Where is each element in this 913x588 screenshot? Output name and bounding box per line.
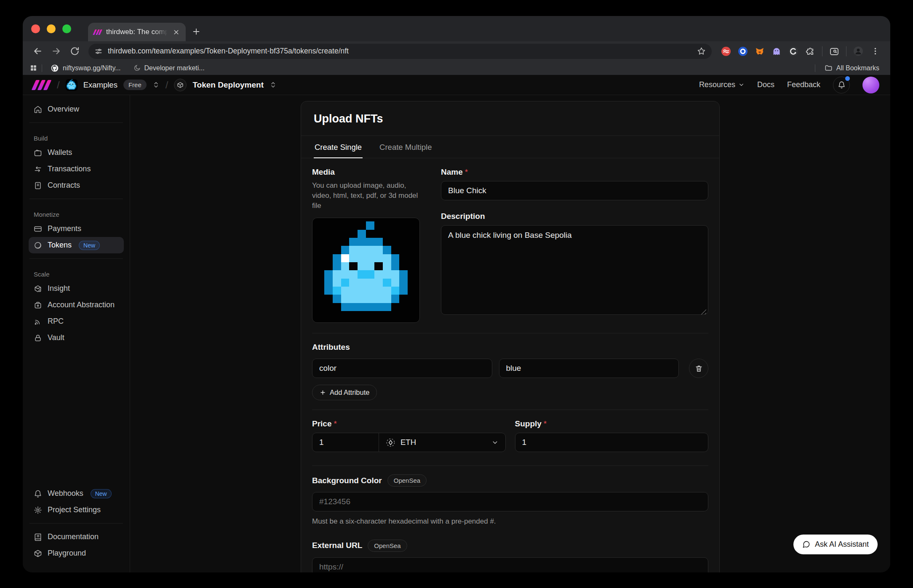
project-name[interactable]: Token Deployment [192, 80, 264, 90]
currency-select[interactable]: ETH [379, 433, 505, 452]
minimize-window-button[interactable] [47, 24, 56, 33]
apps-grid-icon[interactable] [29, 64, 37, 72]
tab-create-multiple[interactable]: Create Multiple [379, 136, 432, 158]
sidebar-item-transactions[interactable]: Transactions [29, 161, 124, 177]
bookmarks-separator [815, 64, 815, 72]
sidebar-item-insight[interactable]: Insight [29, 280, 124, 297]
add-attribute-button[interactable]: Add Attribute [312, 385, 377, 400]
plan-badge: Free [123, 80, 147, 90]
browser-menu-kebab-icon[interactable] [870, 46, 880, 56]
team-name[interactable]: Examples [83, 80, 117, 90]
new-tab-button[interactable] [192, 27, 201, 36]
url-bar[interactable]: thirdweb.com/team/examples/Token-Deploym… [88, 44, 712, 59]
ask-ai-assistant-button[interactable]: Ask AI Assistant [793, 535, 878, 554]
media-label: Media [312, 168, 421, 177]
notifications-button[interactable] [833, 77, 850, 93]
toolbar-separator [846, 46, 846, 56]
tab-create-single[interactable]: Create Single [314, 136, 363, 158]
thirdweb-logo-icon[interactable] [34, 80, 51, 90]
bookmark-label: niftyswap.gg/Nifty... [63, 64, 121, 72]
notification-dot [845, 76, 850, 81]
sidebar-item-payments[interactable]: Payments [29, 221, 124, 237]
extension-phantom-icon[interactable] [772, 46, 782, 56]
sidebar-item-playground[interactable]: Playground [29, 545, 124, 561]
attribute-trait-input[interactable] [312, 359, 492, 378]
new-badge: New [91, 489, 112, 498]
attribute-value-input[interactable] [499, 359, 679, 378]
contract-file-icon [34, 181, 42, 190]
delete-attribute-button[interactable] [689, 359, 708, 378]
background-color-section: Background Color OpenSea Must be a six-c… [312, 466, 708, 537]
project-switcher-chevrons-icon[interactable] [270, 81, 277, 88]
external-url-section: External URL OpenSea This is the URL tha… [312, 538, 708, 573]
back-nav-icon[interactable] [29, 43, 45, 59]
browser-window: thirdweb: The complete web3 thirdweb.com… [23, 16, 890, 572]
sidebar-item-account-abstraction[interactable]: Account Abstraction [29, 297, 124, 313]
site-settings-tune-icon[interactable] [94, 47, 103, 56]
supply-input[interactable] [515, 433, 709, 452]
sidebar-item-documentation[interactable]: Documentation [29, 529, 124, 545]
bookmark-item-niftyswap[interactable]: niftyswap.gg/Nifty... [46, 64, 125, 72]
docs-link[interactable]: Docs [757, 80, 774, 89]
tab-close-icon[interactable] [173, 29, 180, 36]
side-panel-search-icon[interactable] [829, 46, 839, 56]
reload-icon[interactable] [67, 43, 83, 59]
toolbar-separator [822, 46, 822, 56]
browser-tab[interactable]: thirdweb: The complete web3 [88, 23, 186, 41]
all-bookmarks-button[interactable]: All Bookmarks [820, 64, 884, 72]
sidebar-item-rpc[interactable]: RPC [29, 313, 124, 330]
assistant-label: Ask AI Assistant [815, 540, 869, 549]
create-tabs: Create Single Create Multiple [301, 136, 719, 158]
tab-favicon-thirdweb-icon [94, 29, 101, 35]
tab-strip: thirdweb: The complete web3 [23, 16, 890, 41]
sidebar-item-overview[interactable]: Overview [29, 101, 124, 117]
zoom-window-button[interactable] [62, 24, 71, 33]
close-window-button[interactable] [31, 24, 40, 33]
user-avatar[interactable] [862, 77, 879, 93]
price-input[interactable]: 1 [312, 433, 379, 452]
attributes-label: Attributes [312, 343, 708, 352]
nft-image-blue-chick [316, 221, 416, 319]
extension-metamask-icon[interactable] [755, 46, 765, 56]
bookmark-star-icon[interactable] [697, 47, 706, 56]
sidebar-item-project-settings[interactable]: Project Settings [29, 502, 124, 518]
sidebar-item-vault[interactable]: Vault [29, 330, 124, 346]
all-bookmarks-label: All Bookmarks [836, 64, 879, 72]
extension-red-icon[interactable] [721, 46, 731, 56]
browser-toolbar: thirdweb.com/team/examples/Token-Deploym… [23, 41, 890, 61]
attribute-row [312, 359, 708, 378]
profile-avatar-icon[interactable] [853, 46, 863, 56]
name-label: Name* [441, 168, 708, 177]
bookmark-item-developer-marketing[interactable]: Developer marketi... [129, 64, 209, 72]
resources-menu[interactable]: Resources [699, 80, 745, 89]
sidebar-item-label: Documentation [48, 532, 99, 541]
new-badge: New [79, 241, 100, 250]
external-url-input[interactable] [312, 557, 708, 573]
sidebar-item-label: Overview [48, 105, 79, 114]
webhook-bell-icon [34, 490, 42, 498]
feedback-link[interactable]: Feedback [787, 80, 820, 89]
media-upload-box[interactable] [312, 218, 420, 323]
background-color-input[interactable] [312, 492, 708, 511]
sidebar-item-label: Tokens [48, 241, 72, 250]
description-textarea[interactable] [441, 225, 708, 315]
rpc-signal-icon [34, 317, 42, 326]
sidebar-item-contracts[interactable]: Contracts [29, 177, 124, 194]
extensions-puzzle-icon[interactable] [805, 46, 815, 56]
extension-clock-icon[interactable] [788, 46, 798, 56]
sidebar-item-webhooks[interactable]: Webhooks New [29, 485, 124, 502]
name-input[interactable] [441, 181, 708, 200]
insight-cube-search-icon [34, 285, 42, 293]
sidebar-item-tokens[interactable]: Tokens New [29, 237, 124, 253]
team-switcher-chevrons-icon[interactable] [152, 81, 160, 88]
chevron-down-icon [491, 439, 499, 446]
sidebar-divider [29, 258, 123, 259]
credit-card-icon [34, 225, 42, 233]
attributes-section: Attributes Add Attribute [312, 333, 708, 410]
github-icon [51, 64, 59, 72]
extension-blue-icon[interactable] [738, 46, 748, 56]
sidebar-item-label: Project Settings [48, 506, 101, 514]
forward-nav-icon[interactable] [48, 43, 64, 59]
sidebar-item-wallets[interactable]: Wallets [29, 144, 124, 161]
bell-icon [838, 81, 846, 89]
